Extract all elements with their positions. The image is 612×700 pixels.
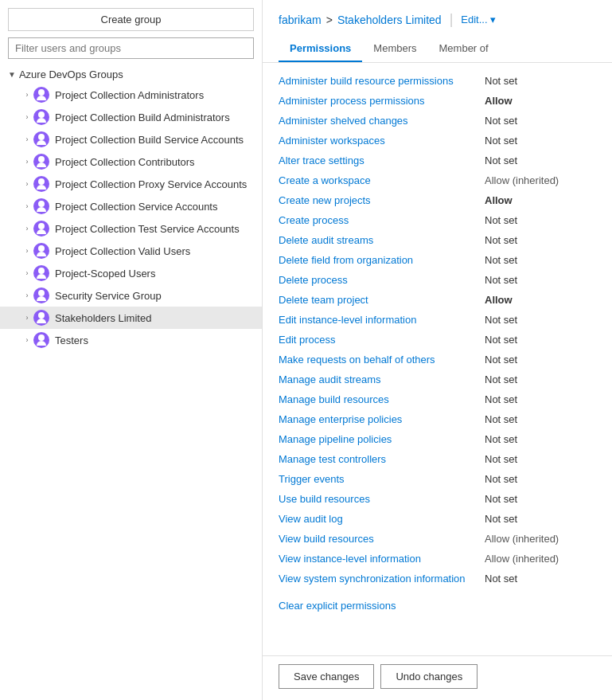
group-label: Testers (55, 334, 88, 346)
group-label: Project-Scoped Users (55, 268, 155, 280)
group-label: Stakeholders Limited (55, 312, 151, 324)
chevron-down-icon: ▼ (8, 70, 16, 79)
permission-value: Allow (inherited) (485, 174, 596, 186)
permission-name[interactable]: Administer process permissions (279, 95, 425, 107)
tree-item[interactable]: › Project Collection Proxy Service Accou… (0, 173, 262, 195)
permission-value: Not set (485, 75, 596, 87)
tree-item[interactable]: › Testers (0, 329, 262, 351)
tree-item[interactable]: › Security Service Group (0, 284, 262, 307)
permission-value: Not set (485, 254, 596, 266)
permission-row: Manage pipeline policiesNot set (279, 429, 596, 449)
tab-memberof[interactable]: Member of (428, 36, 500, 62)
tree-section: ▼ Azure DevOps Groups › Project Collecti… (0, 65, 262, 700)
permission-value: Not set (485, 493, 596, 505)
undo-changes-button[interactable]: Undo changes (380, 664, 478, 689)
tab-permissions[interactable]: Permissions (279, 36, 362, 62)
filter-input[interactable] (8, 37, 254, 59)
permission-name[interactable]: Alter trace settings (279, 154, 364, 166)
permission-row: Manage build resourcesNot set (279, 389, 596, 409)
save-changes-button[interactable]: Save changes (279, 664, 374, 689)
group-label: Project Collection Service Accounts (55, 201, 217, 213)
right-header: fabrikam > Stakeholders Limited | Edit..… (263, 0, 612, 63)
group-label: Project Collection Build Service Account… (55, 134, 244, 146)
permission-name[interactable]: Manage pipeline policies (279, 433, 392, 445)
permission-value: Allow (inherited) (485, 553, 596, 565)
permission-name[interactable]: Create new projects (279, 194, 371, 206)
group-label: Project Collection Proxy Service Account… (55, 178, 247, 190)
group-icon (33, 87, 49, 103)
permission-value: Not set (485, 314, 596, 326)
permission-name[interactable]: View build resources (279, 533, 374, 545)
create-group-button[interactable]: Create group (8, 8, 254, 31)
edit-button[interactable]: Edit... ▾ (461, 14, 495, 25)
permission-row: Delete processNot set (279, 270, 596, 290)
tree-group-root[interactable]: ▼ Azure DevOps Groups (0, 65, 262, 84)
tree-item[interactable]: › Stakeholders Limited (0, 307, 262, 329)
tree-item[interactable]: › Project-Scoped Users (0, 262, 262, 284)
permission-row: Administer shelved changesNot set (279, 111, 596, 131)
group-icon (33, 131, 49, 147)
chevron-right-icon: › (22, 269, 32, 277)
permission-name[interactable]: Create a workspace (279, 174, 371, 186)
group-icon (33, 287, 49, 303)
tree-item[interactable]: › Project Collection Contributors (0, 151, 262, 173)
permission-value: Not set (485, 135, 596, 147)
tree-item[interactable]: › Project Collection Build Service Accou… (0, 128, 262, 151)
tree-item[interactable]: › Project Collection Service Accounts (0, 195, 262, 217)
permission-row: Delete team projectAllow (279, 290, 596, 310)
permission-name[interactable]: View instance-level information (279, 553, 421, 565)
group-icon (33, 265, 49, 281)
group-icon (33, 198, 49, 214)
group-label: Project Collection Administrators (55, 89, 204, 101)
permission-name[interactable]: Delete process (279, 274, 348, 286)
permission-row: Alter trace settingsNot set (279, 151, 596, 170)
tree-item[interactable]: › Project Collection Administrators (0, 84, 262, 106)
permission-name[interactable]: Administer build resource permissions (279, 75, 454, 87)
clear-permissions-link[interactable]: Clear explicit permissions (279, 600, 396, 612)
footer-actions: Save changes Undo changes (263, 655, 612, 700)
permission-name[interactable]: Manage build resources (279, 393, 389, 405)
group-icon (33, 221, 49, 237)
permission-name[interactable]: Manage test controllers (279, 453, 386, 465)
permission-name[interactable]: Administer workspaces (279, 135, 385, 147)
chevron-right-icon: › (22, 247, 32, 255)
tree-item[interactable]: › Project Collection Build Administrator… (0, 106, 262, 128)
permission-name[interactable]: Edit process (279, 334, 336, 346)
permission-value: Not set (485, 373, 596, 385)
permission-value: Not set (485, 393, 596, 405)
chevron-right-icon: › (22, 158, 32, 166)
group-icon (33, 154, 49, 170)
permission-name[interactable]: Administer shelved changes (279, 115, 408, 127)
permission-row: Make requests on behalf of othersNot set (279, 350, 596, 370)
group-label: Project Collection Valid Users (55, 245, 190, 257)
tree-item[interactable]: › Project Collection Test Service Accoun… (0, 217, 262, 240)
group-label: Project Collection Contributors (55, 156, 195, 168)
group-icon (33, 243, 49, 259)
breadcrumb-org[interactable]: fabrikam (279, 14, 322, 26)
permission-name[interactable]: Trigger events (279, 473, 345, 485)
breadcrumb-group[interactable]: Stakeholders Limited (337, 14, 442, 26)
permission-name[interactable]: Delete audit streams (279, 234, 373, 246)
tree-item[interactable]: › Project Collection Valid Users (0, 240, 262, 262)
left-panel: Create group ▼ Azure DevOps Groups › Pro… (0, 0, 263, 700)
permission-row: Edit instance-level informationNot set (279, 310, 596, 330)
permission-row: Administer build resource permissionsNot… (279, 71, 596, 91)
permission-row: Create a workspaceAllow (inherited) (279, 170, 596, 190)
permission-name[interactable]: Use build resources (279, 493, 370, 505)
tab-members[interactable]: Members (362, 36, 427, 62)
permission-name[interactable]: View audit log (279, 513, 343, 525)
permission-name[interactable]: Delete team project (279, 294, 368, 306)
chevron-right-icon: › (22, 113, 32, 121)
group-icon (33, 176, 49, 192)
permission-name[interactable]: Edit instance-level information (279, 314, 416, 326)
permission-name[interactable]: Manage enterprise policies (279, 413, 402, 425)
permission-name[interactable]: Create process (279, 214, 349, 226)
permission-name[interactable]: View system synchronization information (279, 573, 466, 585)
permission-name[interactable]: Delete field from organization (279, 254, 413, 266)
permission-name[interactable]: Make requests on behalf of others (279, 354, 435, 366)
chevron-right-icon: › (22, 135, 32, 143)
permission-row: View system synchronization informationN… (279, 569, 596, 589)
permission-name[interactable]: Manage audit streams (279, 373, 381, 385)
permission-row: View instance-level informationAllow (in… (279, 549, 596, 569)
group-label: Project Collection Build Administrators (55, 111, 230, 123)
